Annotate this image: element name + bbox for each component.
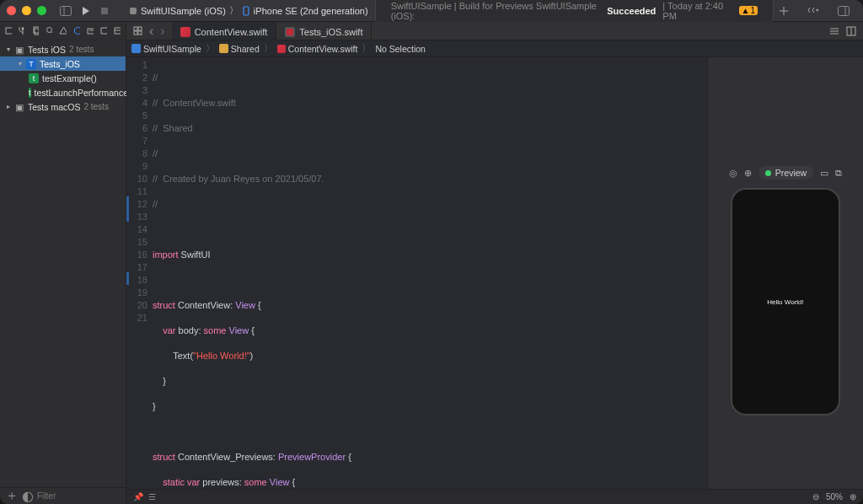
duplicate-preview-icon[interactable]: ⧉ — [835, 168, 842, 179]
tab-label: ContentView.swift — [195, 27, 268, 37]
test-method-icon: t — [29, 88, 31, 98]
svg-rect-14 — [34, 27, 39, 33]
test-method-icon: t — [29, 73, 39, 83]
svg-rect-26 — [134, 31, 137, 35]
tab-tests-ios[interactable]: Tests_iOS.swift — [276, 22, 372, 40]
filter-bar: ＋ ◐ — [0, 487, 126, 504]
xcode-window: SwiftUISample (iOS) 〉 iPhone SE (2nd gen… — [0, 0, 863, 504]
jump-file: ContentView.swift — [288, 44, 358, 54]
test-method-row[interactable]: t testLaunchPerformance() — [0, 85, 126, 99]
test-navigator-tree[interactable]: ▾ ▣ Tests iOS 2 tests ▾ T Tests_iOS t te… — [0, 40, 126, 487]
project-icon — [131, 44, 141, 53]
report-nav-icon[interactable] — [114, 26, 121, 35]
editor-options-icon[interactable] — [829, 26, 839, 36]
test-group-row[interactable]: ▸ ▣ Tests macOS 2 tests — [0, 99, 126, 114]
titlebar: SwiftUISample (iOS) 〉 iPhone SE (2nd gen… — [0, 0, 863, 22]
test-method-label: testLaunchPerformance() — [35, 88, 134, 98]
source-control-nav-icon[interactable] — [19, 26, 25, 35]
inspect-preview-icon[interactable]: ⊕ — [744, 168, 752, 178]
preview-toolbar: ◎ ⊕ Preview ▭ ⧉ — [708, 163, 863, 183]
svg-rect-3 — [130, 8, 137, 14]
preview-canvas: ◎ ⊕ Preview ▭ ⧉ Hello World! — [707, 57, 863, 489]
library-icon[interactable] — [774, 6, 794, 16]
stop-button[interactable] — [95, 7, 114, 15]
jump-bar[interactable]: SwiftUISample 〉 Shared 〉 ContentView.swi… — [126, 40, 863, 57]
test-count: 2 tests — [83, 102, 108, 111]
test-nav-icon[interactable] — [73, 26, 80, 35]
breakpoint-nav-icon[interactable] — [100, 26, 107, 35]
preview-label: Preview — [775, 168, 807, 178]
add-editor-icon[interactable] — [846, 26, 856, 36]
forward-icon[interactable]: › — [160, 24, 164, 39]
bookmarks-nav-icon[interactable] — [32, 26, 39, 35]
related-items-icon[interactable] — [133, 26, 142, 35]
zoom-out-icon[interactable]: ⊖ — [812, 492, 819, 501]
test-group-row[interactable]: ▾ ▣ Tests iOS 2 tests — [0, 42, 126, 56]
issue-nav-icon[interactable] — [59, 26, 66, 35]
line-gutter: 123456789101112131415161718192021 — [129, 57, 153, 489]
test-class-label: Tests_iOS — [40, 59, 80, 69]
svg-point-16 — [47, 28, 52, 33]
test-bundle-label: Tests macOS — [28, 102, 80, 112]
source-editor[interactable]: 123456789101112131415161718192021 // // … — [126, 57, 707, 489]
editor-area: ‹ › ContentView.swift Tests_iOS.swift Sw… — [126, 22, 863, 504]
debug-nav-icon[interactable] — [87, 26, 94, 35]
device-name: iPhone SE (2nd generation) — [254, 6, 368, 16]
svg-line-17 — [51, 32, 52, 35]
zoom-level[interactable]: 50% — [826, 492, 843, 501]
warning-badge[interactable]: ▲1 — [739, 6, 758, 15]
svg-rect-18 — [88, 29, 94, 34]
preview-device[interactable]: Hello World! — [731, 188, 840, 416]
sidebar-toggle-icon[interactable] — [55, 6, 77, 16]
tab-contentview[interactable]: ContentView.swift — [172, 22, 277, 40]
find-nav-icon[interactable] — [46, 26, 52, 35]
warning-count: 1 — [750, 6, 755, 15]
test-bundle-label: Tests iOS — [28, 45, 66, 55]
preview-status-pill[interactable]: Preview — [758, 166, 813, 180]
preview-hello-text: Hello World! — [767, 298, 803, 306]
svg-rect-25 — [138, 27, 142, 30]
test-class-icon: T — [26, 59, 36, 69]
minimize-window-button[interactable] — [22, 6, 31, 15]
zoom-in-icon[interactable]: ⊕ — [850, 492, 856, 501]
swift-file-icon — [277, 45, 286, 53]
code-review-icon[interactable] — [802, 6, 824, 16]
svg-point-13 — [22, 28, 24, 30]
swift-file-icon — [180, 27, 190, 37]
svg-rect-27 — [138, 31, 142, 35]
jump-folder: Shared — [231, 44, 260, 54]
live-preview-icon[interactable]: ◎ — [729, 168, 737, 178]
svg-rect-0 — [61, 6, 72, 15]
close-window-button[interactable] — [7, 6, 16, 15]
svg-rect-7 — [839, 6, 850, 15]
pin-preview-icon[interactable]: 📌 — [133, 492, 143, 501]
inspector-toggle-icon[interactable] — [833, 6, 855, 16]
svg-rect-31 — [847, 27, 855, 35]
navigator-selector — [0, 22, 126, 40]
code-content[interactable]: // // ContentView.swift // Shared // // … — [153, 57, 707, 489]
tab-label: Tests_iOS.swift — [299, 27, 362, 37]
preview-status-dot — [765, 170, 771, 176]
filter-icon[interactable]: ◐ — [22, 488, 34, 504]
project-nav-icon[interactable] — [5, 26, 12, 35]
scheme-name: SwiftUISample (iOS) — [141, 6, 226, 16]
add-icon[interactable]: ＋ — [5, 487, 19, 504]
back-icon[interactable]: ‹ — [149, 24, 153, 39]
jump-project: SwiftUISample — [143, 44, 201, 54]
svg-rect-9 — [6, 28, 12, 34]
run-button[interactable] — [77, 6, 95, 16]
test-method-label: testExample() — [42, 73, 97, 83]
svg-rect-4 — [244, 7, 249, 15]
swift-test-file-icon — [285, 27, 295, 37]
jump-symbol: No Selection — [375, 44, 426, 54]
zoom-window-button[interactable] — [37, 6, 46, 15]
test-class-row[interactable]: ▾ T Tests_iOS — [0, 56, 126, 71]
svg-rect-20 — [115, 28, 121, 34]
status-time: | Today at 2:40 PM — [662, 1, 732, 21]
test-method-row[interactable]: t testExample() — [0, 71, 126, 85]
scheme-selector[interactable]: SwiftUISample (iOS) 〉 iPhone SE (2nd gen… — [122, 3, 375, 19]
status-project: SwiftUISample | Build for Previews Swift… — [391, 1, 601, 21]
device-settings-icon[interactable]: ▭ — [820, 168, 828, 178]
activity-viewer[interactable]: SwiftUISample | Build for Previews Swift… — [375, 0, 774, 24]
test-count: 2 tests — [69, 45, 94, 54]
